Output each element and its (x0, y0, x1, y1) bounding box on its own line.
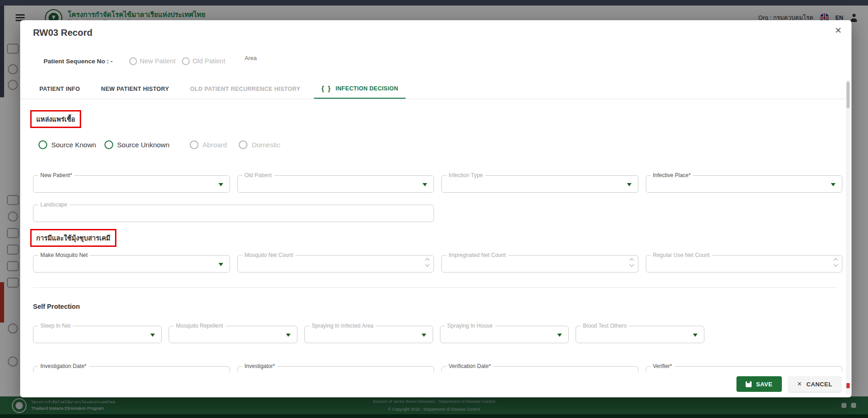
mosquito-net-heading: การมีและใช้มุ้งชุบสารเคมี (30, 229, 116, 247)
number-spinner[interactable] (630, 259, 633, 266)
new-patient-radio: New Patient (129, 57, 176, 65)
area-label: Area (245, 55, 257, 61)
braces-icon: { } (321, 84, 331, 92)
tab-patient-info[interactable]: PATIENT INFO (32, 79, 88, 99)
mosquito-net-count-input[interactable]: Mosquito Net Count (237, 255, 434, 273)
save-disk-icon (746, 381, 752, 387)
dropdown-arrow-icon (286, 334, 291, 337)
domestic-radio: Domestic (239, 140, 280, 149)
verification-row-clipped: Investigation Date* Investigator* Verifi… (33, 362, 842, 372)
scrollbar-thumb[interactable] (846, 82, 850, 108)
dropdown-arrow-icon (557, 334, 562, 337)
modal-title: RW03 Record (33, 28, 93, 38)
radio-circle-icon (104, 140, 113, 149)
dropdown-arrow-icon (422, 334, 426, 337)
infective-place-select[interactable]: Infective Place* (646, 175, 843, 193)
radio-circle-icon (190, 140, 198, 149)
source-unknown-radio[interactable]: Source Unknown (104, 140, 170, 149)
dropdown-arrow-icon (423, 183, 427, 186)
cancel-button[interactable]: × CANCEL (788, 376, 841, 392)
tab-new-patient-history[interactable]: NEW PATIENT HISTORY (94, 79, 176, 99)
dropdown-arrow-icon (150, 334, 155, 337)
number-spinner[interactable] (834, 259, 837, 266)
source-known-radio[interactable]: Source Known (38, 140, 96, 149)
spraying-in-infected-area-select[interactable]: Spraying In Infected Area (304, 326, 433, 343)
dropdown-arrow-icon (627, 183, 632, 186)
investigation-date-input[interactable]: Investigation Date* (33, 366, 230, 372)
close-icon[interactable]: × (835, 25, 841, 36)
radio-circle-icon (182, 57, 190, 65)
dropdown-arrow-icon (219, 183, 223, 186)
radio-circle-icon (38, 140, 47, 149)
verification-date-input[interactable]: Verification Date* (441, 366, 638, 372)
patient-sequence-label: Patient Sequence No : - (44, 58, 113, 65)
cancel-x-icon: × (797, 380, 802, 388)
infection-type-select[interactable]: Infection Type (441, 175, 638, 193)
radio-circle-icon (239, 140, 247, 149)
dropdown-arrow-icon (693, 334, 698, 337)
tab-old-patient-recurrence-history: OLD PATIENT RECURRENCE HISTORY (183, 79, 308, 99)
dropdown-arrow-icon (219, 263, 223, 266)
section-divider (33, 287, 838, 288)
tab-bar: PATIENT INFO NEW PATIENT HISTORY OLD PAT… (20, 79, 852, 99)
tab-infection-decision[interactable]: { } INFECTION DECISION (314, 79, 406, 99)
blood-test-others-select[interactable]: Blood Test Others (576, 326, 704, 343)
infection-source-radios: Source Known Source Unknown Abroard Dome… (38, 140, 280, 149)
number-spinner[interactable] (426, 259, 429, 266)
verifier-input[interactable]: Verifier* (646, 366, 843, 372)
infection-source-heading: แหล่งแพร่เชื้อ (30, 110, 81, 128)
abroad-radio: Abroard (190, 140, 227, 149)
self-protection-heading: Self Protection (33, 303, 80, 310)
regular-use-net-count-input[interactable]: Regular Use Net Count (646, 255, 843, 273)
sleep-in-net-select[interactable]: Sleep In Net (33, 326, 162, 343)
old-patient-select[interactable]: Old Patient (237, 175, 434, 193)
make-mosquito-net-select[interactable]: Make Mosquito Net (33, 255, 230, 273)
investigator-input[interactable]: Investigator* (237, 366, 434, 372)
dropdown-arrow-icon (831, 183, 835, 186)
rw03-record-modal: RW03 Record × Patient Sequence No : - Ne… (20, 20, 852, 397)
modal-scrollbar (846, 80, 850, 395)
landscape-input[interactable]: Landscape (33, 205, 434, 222)
scrollbar-red-marker (846, 383, 850, 388)
mosquito-repellent-select[interactable]: Mosquito Repellent (169, 326, 297, 343)
radio-circle-icon (129, 57, 137, 65)
spraying-in-house-select[interactable]: Spraying In House (440, 326, 569, 343)
save-button[interactable]: SAVE (736, 376, 782, 392)
new-patient-select[interactable]: New Patient* (33, 175, 230, 193)
old-patient-radio: Old Patient (182, 57, 225, 65)
impregnated-net-count-input[interactable]: Impregnated Net Count (441, 255, 638, 273)
